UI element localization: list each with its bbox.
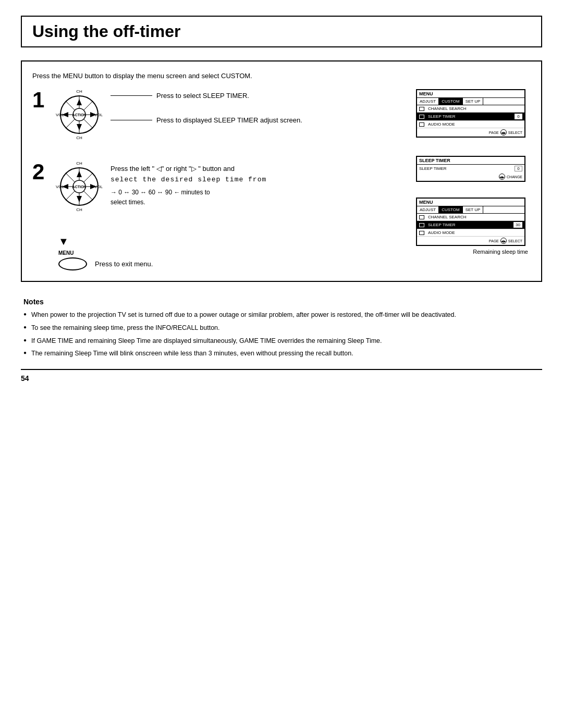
sleep-value-1: 0 (515, 114, 522, 119)
tab-setup-2: SET UP (463, 206, 484, 213)
tab-adjust-1: ADJUST (417, 98, 439, 105)
svg-text:ACTION: ACTION (72, 113, 87, 117)
screen-menu-1: MENU ADJUST CUSTOM SET UP CHANNEL SEARCH (416, 89, 525, 138)
vol-label-left-2: VOL (56, 184, 64, 189)
step-2-instructions: Press the left " ◁" or right "▷ " button… (111, 161, 266, 207)
left-column: 1 CH VOL VOL (32, 89, 406, 270)
sleep-timer-row-label: SLEEP TIMER (419, 166, 512, 171)
remaining-sleep-time-label: Remaining sleep time (416, 249, 528, 255)
step-2-instr-2: → 0 ↔ 30 ↔ 60 ↔ 90 ← minutes to (111, 188, 266, 198)
screen-menu-1-footer: PAGE ◀▶ SELECT (417, 128, 524, 137)
main-content-box: Press the MENU button to display the men… (21, 60, 542, 282)
remote-diagram-2: CH VOL VOL (56, 161, 103, 212)
sleep-label-1: SLEEP TIMER (428, 114, 512, 119)
right-column: MENU ADJUST CUSTOM SET UP CHANNEL SEARCH (416, 89, 531, 270)
page-title: Using the off-timer (32, 22, 531, 41)
screen-menu-2-tabs: ADJUST CUSTOM SET UP (417, 206, 524, 214)
down-arrow-area: ▼ MENU Press to exit menu. (32, 236, 406, 270)
change-icon: ◀▶ (499, 174, 505, 180)
intro-text: Press the MENU button to display the men… (32, 72, 531, 80)
note-item-2: To see the remaining sleep time, press t… (23, 323, 540, 333)
tab-adjust-2: ADJUST (417, 206, 439, 213)
screen-menu-1-container: MENU ADJUST CUSTOM SET UP CHANNEL SEARCH (416, 89, 531, 138)
sleep-timer-row-value: 0 (515, 166, 522, 171)
footer-select-1: SELECT (508, 131, 522, 134)
menu-row-sleep-1: SLEEP TIMER 0 (417, 113, 524, 121)
title-box: Using the off-timer (21, 16, 542, 47)
page-footer: 54 (21, 369, 542, 382)
menu-row-sleep-2: SLEEP TIMER 30 (417, 221, 524, 229)
tab-custom-2: CUSTOM (439, 206, 463, 213)
audio-icon-2 (419, 231, 424, 235)
note-item-1: When power to the projection TV set is t… (23, 310, 540, 320)
sleep-icon-1 (419, 115, 424, 119)
connector-line-2 (111, 120, 152, 120)
action-icon-1: ◀▶ (500, 129, 507, 135)
vol-label-right-1: VOL (94, 113, 103, 117)
step-2-content: CH VOL VOL (56, 161, 406, 212)
svg-marker-6 (77, 124, 82, 130)
audio-label-1: AUDIO MODE (428, 122, 522, 127)
screen-menu-1-tabs: ADJUST CUSTOM SET UP (417, 98, 524, 105)
sleep-icon-2 (419, 223, 424, 227)
screen-menu-1-title: MENU (417, 90, 524, 98)
svg-marker-17 (77, 196, 82, 202)
sleep-timer-screen: SLEEP TIMER SLEEP TIMER 0 ◀▶ CHANGE (416, 156, 525, 182)
notes-section: Notes When power to the projection TV se… (21, 298, 542, 359)
menu-label-below: MENU (58, 250, 406, 256)
screen-menu-2: MENU ADJUST CUSTOM SET UP CHANNEL SEARCH (416, 198, 525, 246)
page-number: 54 (21, 374, 29, 382)
step-1-instr-2: Press to displayed SLEEP TIMER adjust sc… (111, 116, 302, 124)
step-1-number: 1 (32, 89, 48, 111)
channel-icon-2 (419, 215, 424, 219)
step-2-row: 2 CH VOL VOL (32, 161, 406, 212)
step-2-instr-1: Press the left " ◁" or right "▷ " button… (111, 164, 266, 184)
change-label: CHANGE (507, 175, 522, 179)
svg-marker-16 (77, 171, 82, 177)
channel-icon-1 (419, 107, 424, 111)
note-item-3: If GAME TIME and remaining Sleep Time ar… (23, 336, 540, 346)
sleep-label-2: SLEEP TIMER (428, 223, 511, 227)
audio-icon-1 (419, 122, 424, 127)
action-icon-2: ◀▶ (500, 238, 507, 244)
menu-row-channel-1: CHANNEL SEARCH (417, 105, 524, 113)
step-1-content: CH VOL VOL (56, 89, 406, 140)
notes-title: Notes (23, 298, 540, 306)
sleep-timer-footer: ◀▶ CHANGE (417, 172, 524, 181)
sleep-timer-row: SLEEP TIMER 0 (417, 165, 524, 172)
footer-page-1: PAGE (489, 131, 499, 134)
screen-menu-2-footer: PAGE ◀▶ SELECT (417, 237, 524, 245)
page-container: Using the off-timer Press the MENU butto… (0, 0, 563, 393)
sleep-timer-title: SLEEP TIMER (417, 157, 524, 165)
ch-label-top-1: CH (76, 89, 82, 94)
step-1-instructions: Press to select SLEEP TIMER. Press to di… (111, 89, 302, 124)
footer-page-2: PAGE (489, 239, 499, 243)
menu-row-channel-2: CHANNEL SEARCH (417, 214, 524, 221)
ch-label-bottom-1: CH (76, 135, 82, 140)
audio-label-2: AUDIO MODE (428, 230, 522, 235)
sleep-timer-screen-container: SLEEP TIMER SLEEP TIMER 0 ◀▶ CHANGE (416, 156, 531, 182)
channel-label-1: CHANNEL SEARCH (428, 106, 522, 111)
step-1-instr-1: Press to select SLEEP TIMER. (111, 92, 302, 100)
note-item-4: The remaining Sleep Time will blink onsc… (23, 349, 540, 359)
svg-marker-5 (77, 99, 82, 105)
menu-row-audio-1: AUDIO MODE (417, 121, 524, 128)
menu-row: Press to exit menu. (58, 257, 406, 270)
down-arrow-icon: ▼ (58, 236, 406, 248)
screen-menu-2-title: MENU (417, 199, 524, 206)
tab-custom-1: CUSTOM (439, 98, 463, 105)
menu-row-audio-2: AUDIO MODE (417, 229, 524, 237)
steps-area: 1 CH VOL VOL (32, 89, 531, 270)
vol-label-left-1: VOL (56, 113, 64, 117)
menu-oval-button (58, 257, 87, 270)
screen-menu-2-container: MENU ADJUST CUSTOM SET UP CHANNEL SEARCH (416, 198, 531, 255)
ch-label-bottom-2: CH (76, 207, 82, 212)
sleep-value-2: 30 (513, 222, 522, 228)
channel-label-2: CHANNEL SEARCH (428, 215, 522, 219)
connector-line-1 (111, 95, 152, 96)
tab-setup-1: SET UP (463, 98, 484, 105)
step-2-instr-3: select times. (111, 198, 266, 207)
step-2-number: 2 (32, 161, 48, 183)
vol-label-right-2: VOL (94, 184, 103, 189)
remote-diagram-1: CH VOL VOL (56, 89, 103, 140)
